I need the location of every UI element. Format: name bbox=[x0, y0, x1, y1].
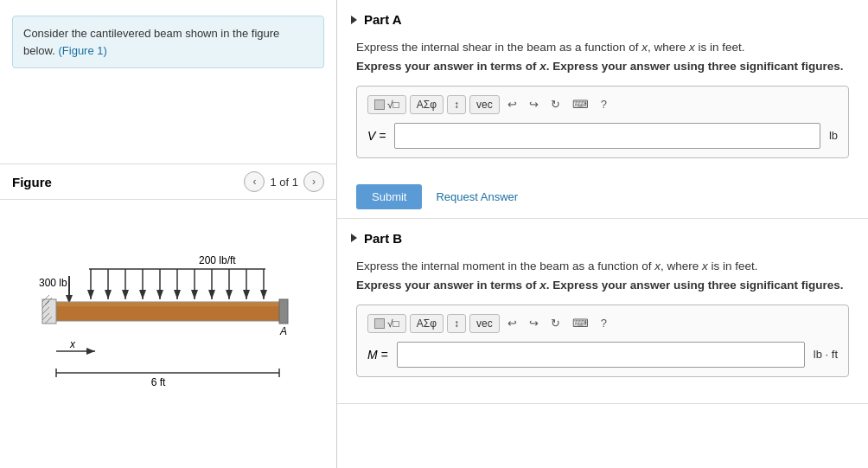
part-a-content: Express the internal shear in the beam a… bbox=[337, 35, 868, 184]
info-box: Consider the cantilevered beam shown in … bbox=[12, 16, 324, 68]
part-b-description: Express the internal moment in the beam … bbox=[356, 260, 849, 272]
part-a-var-label: V = bbox=[367, 129, 386, 143]
part-b-unit: lb · ft bbox=[814, 348, 838, 361]
toolbar-arrow-btn[interactable]: ↕ bbox=[447, 95, 466, 114]
svg-marker-36 bbox=[86, 348, 95, 355]
b-redo-icon[interactable]: ↪ bbox=[525, 314, 543, 332]
part-a-description: Express the internal shear in the beam a… bbox=[356, 41, 849, 54]
b-undo-icon[interactable]: ↩ bbox=[503, 314, 521, 332]
b-help-icon[interactable]: ? bbox=[597, 314, 611, 332]
svg-marker-19 bbox=[243, 290, 250, 299]
part-b-input[interactable] bbox=[397, 342, 805, 368]
part-a-input-row: V = lb bbox=[367, 123, 838, 149]
svg-marker-5 bbox=[122, 290, 129, 299]
part-a-section: Part A Express the internal shear in the… bbox=[337, 0, 868, 219]
b-keyboard-icon[interactable]: ⌨ bbox=[568, 314, 593, 332]
svg-rect-34 bbox=[279, 299, 288, 324]
toolbar-b-vec-btn[interactable]: vec bbox=[469, 314, 500, 333]
figure-nav: Figure ‹ 1 of 1 › bbox=[0, 163, 336, 200]
next-button[interactable]: › bbox=[303, 171, 324, 192]
vec-text: vec bbox=[476, 99, 493, 111]
svg-marker-1 bbox=[87, 290, 94, 299]
b-vec-text: vec bbox=[476, 317, 493, 330]
toolbar-symbol-btn[interactable]: ΑΣφ bbox=[410, 95, 444, 114]
length-label: 6 ft bbox=[150, 376, 165, 388]
toolbar-b-arrow-btn[interactable]: ↕ bbox=[447, 314, 466, 333]
svg-marker-9 bbox=[156, 290, 163, 299]
part-b-section: Part B Express the internal moment in th… bbox=[337, 219, 868, 404]
symbol-text: ΑΣφ bbox=[417, 99, 437, 111]
force-label: 300 lb bbox=[39, 277, 67, 289]
diagram-svg: 200 lb/ft bbox=[30, 252, 307, 407]
part-b-answer-box: √□ ΑΣφ ↕ vec ↩ ↪ ↻ ⌨ ? bbox=[356, 305, 849, 377]
part-a-unit: lb bbox=[829, 129, 838, 142]
b-sqrt-text: √□ bbox=[387, 317, 399, 330]
page-indicator: 1 of 1 bbox=[270, 176, 298, 189]
b-matrix-icon bbox=[374, 318, 385, 329]
beam-diagram: 200 lb/ft bbox=[0, 200, 336, 468]
toolbar-b-matrix-btn[interactable]: √□ bbox=[367, 314, 406, 333]
svg-marker-15 bbox=[208, 290, 215, 299]
svg-rect-26 bbox=[56, 302, 281, 306]
fixed-end-label: A bbox=[279, 325, 287, 337]
toolbar-b-symbol-btn[interactable]: ΑΣφ bbox=[410, 314, 444, 333]
right-panel: Part A Express the internal shear in the… bbox=[337, 0, 868, 468]
submit-button[interactable]: Submit bbox=[356, 184, 422, 209]
part-a-toolbar: √□ ΑΣφ ↕ vec ↩ ↪ ↻ ⌨ ? bbox=[367, 95, 838, 114]
request-answer-link[interactable]: Request Answer bbox=[436, 190, 518, 203]
part-a-actions: Submit Request Answer bbox=[337, 184, 868, 218]
part-b-var-label: M = bbox=[367, 348, 388, 362]
svg-marker-3 bbox=[105, 290, 112, 299]
toolbar-vec-btn[interactable]: vec bbox=[469, 95, 500, 114]
figure-label: Figure bbox=[12, 175, 244, 189]
part-b-toolbar: √□ ΑΣφ ↕ vec ↩ ↪ ↻ ⌨ ? bbox=[367, 314, 838, 333]
keyboard-icon[interactable]: ⌨ bbox=[568, 95, 593, 113]
redo-icon[interactable]: ↪ bbox=[525, 95, 543, 113]
part-a-instruction: Express your answer in terms of x. Expre… bbox=[356, 59, 849, 75]
part-a-collapse-icon bbox=[351, 16, 357, 24]
b-reset-icon[interactable]: ↻ bbox=[546, 314, 565, 332]
matrix-icon bbox=[374, 99, 385, 110]
part-b-instruction: Express your answer in terms of x. Expre… bbox=[356, 278, 849, 294]
svg-marker-7 bbox=[139, 290, 146, 299]
undo-icon[interactable]: ↩ bbox=[503, 95, 521, 113]
svg-marker-13 bbox=[191, 290, 198, 299]
distributed-load-label: 200 lb/ft bbox=[199, 254, 236, 266]
part-a-input[interactable] bbox=[394, 123, 820, 149]
b-symbol-text: ΑΣφ bbox=[417, 317, 437, 330]
svg-marker-17 bbox=[226, 290, 233, 299]
part-a-header[interactable]: Part A bbox=[337, 0, 868, 35]
nav-controls: ‹ 1 of 1 › bbox=[244, 171, 324, 192]
svg-marker-11 bbox=[174, 290, 181, 299]
reset-icon[interactable]: ↻ bbox=[546, 95, 565, 113]
toolbar-matrix-btn[interactable]: √□ bbox=[367, 95, 406, 114]
sqrt-text: √□ bbox=[387, 99, 399, 111]
part-b-label: Part B bbox=[364, 231, 402, 246]
part-b-input-row: M = lb · ft bbox=[367, 342, 838, 368]
part-b-header[interactable]: Part B bbox=[337, 219, 868, 254]
svg-marker-21 bbox=[260, 290, 267, 299]
part-a-label: Part A bbox=[364, 12, 402, 27]
prev-button[interactable]: ‹ bbox=[244, 171, 265, 192]
arrow-text: ↕ bbox=[454, 99, 459, 111]
left-panel: Consider the cantilevered beam shown in … bbox=[0, 0, 337, 468]
part-b-content: Express the internal moment in the beam … bbox=[337, 254, 868, 403]
part-a-answer-box: √□ ΑΣφ ↕ vec ↩ ↪ ↻ ⌨ ? bbox=[356, 86, 849, 158]
help-icon[interactable]: ? bbox=[597, 95, 611, 113]
figure-link[interactable]: (Figure 1) bbox=[59, 44, 107, 57]
part-b-collapse-icon bbox=[351, 234, 357, 242]
x-label: x bbox=[69, 338, 76, 350]
b-arrow-text: ↕ bbox=[454, 317, 459, 330]
